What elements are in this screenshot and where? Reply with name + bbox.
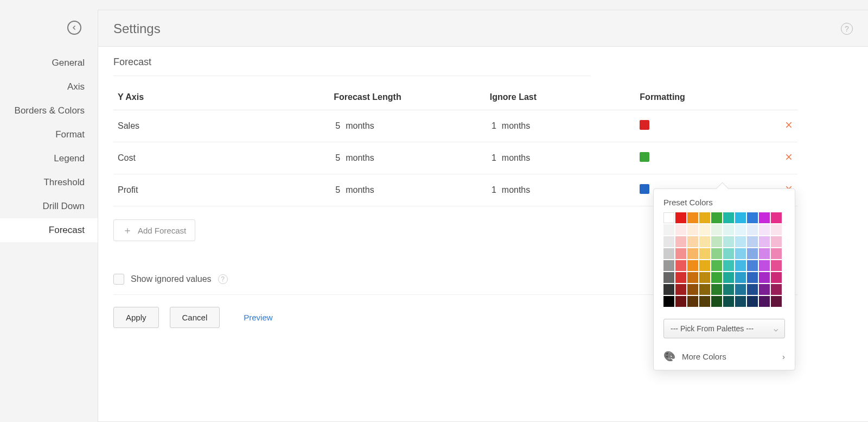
color-cell[interactable] <box>663 236 674 247</box>
color-cell[interactable] <box>663 248 674 259</box>
color-cell[interactable] <box>663 272 674 283</box>
color-swatch[interactable] <box>640 152 649 162</box>
color-cell[interactable] <box>663 212 674 223</box>
forecast-length-field[interactable]: 5months <box>334 153 374 163</box>
color-cell[interactable] <box>663 284 674 295</box>
color-cell[interactable] <box>687 260 698 271</box>
color-cell[interactable] <box>711 224 722 235</box>
color-cell[interactable] <box>771 248 782 259</box>
color-cell[interactable] <box>699 248 710 259</box>
color-cell[interactable] <box>699 224 710 235</box>
color-cell[interactable] <box>735 260 746 271</box>
color-cell[interactable] <box>735 236 746 247</box>
color-cell[interactable] <box>759 284 770 295</box>
color-cell[interactable] <box>747 224 758 235</box>
cancel-button[interactable]: Cancel <box>170 307 220 328</box>
color-cell[interactable] <box>687 236 698 247</box>
color-cell[interactable] <box>699 236 710 247</box>
sidebar-item-format[interactable]: Format <box>0 123 98 147</box>
ignore-last-field[interactable]: 1months <box>490 153 530 163</box>
color-cell[interactable] <box>735 224 746 235</box>
color-cell[interactable] <box>675 212 686 223</box>
color-cell[interactable] <box>747 260 758 271</box>
color-cell[interactable] <box>723 248 734 259</box>
color-cell[interactable] <box>687 212 698 223</box>
color-cell[interactable] <box>699 212 710 223</box>
color-cell[interactable] <box>735 296 746 307</box>
sidebar-item-general[interactable]: General <box>0 51 98 75</box>
color-cell[interactable] <box>699 272 710 283</box>
color-cell[interactable] <box>723 212 734 223</box>
color-cell[interactable] <box>687 248 698 259</box>
color-cell[interactable] <box>711 248 722 259</box>
color-cell[interactable] <box>735 272 746 283</box>
color-cell[interactable] <box>675 296 686 307</box>
ignore-last-field[interactable]: 1months <box>490 121 530 131</box>
color-cell[interactable] <box>723 296 734 307</box>
color-cell[interactable] <box>759 272 770 283</box>
color-cell[interactable] <box>735 248 746 259</box>
color-cell[interactable] <box>747 272 758 283</box>
color-cell[interactable] <box>711 236 722 247</box>
color-cell[interactable] <box>771 224 782 235</box>
color-cell[interactable] <box>699 284 710 295</box>
sidebar-item-threshold[interactable]: Threshold <box>0 171 98 194</box>
color-cell[interactable] <box>675 260 686 271</box>
add-forecast-button[interactable]: ＋ Add Forecast <box>113 219 195 241</box>
forecast-length-field[interactable]: 5months <box>334 121 374 131</box>
sidebar-item-axis[interactable]: Axis <box>0 75 98 99</box>
color-cell[interactable] <box>699 296 710 307</box>
color-cell[interactable] <box>747 296 758 307</box>
color-cell[interactable] <box>675 248 686 259</box>
color-cell[interactable] <box>771 236 782 247</box>
delete-row-button[interactable] <box>784 121 793 129</box>
apply-button[interactable]: Apply <box>113 307 159 328</box>
color-cell[interactable] <box>711 284 722 295</box>
sidebar-item-borders-colors[interactable]: Borders & Colors <box>0 99 98 123</box>
color-cell[interactable] <box>675 236 686 247</box>
delete-row-button[interactable] <box>784 153 793 161</box>
color-cell[interactable] <box>675 284 686 295</box>
color-cell[interactable] <box>747 284 758 295</box>
color-cell[interactable] <box>711 296 722 307</box>
color-cell[interactable] <box>723 272 734 283</box>
help-icon[interactable]: ? <box>218 274 228 284</box>
color-cell[interactable] <box>747 236 758 247</box>
back-button[interactable] <box>67 21 81 35</box>
color-cell[interactable] <box>699 260 710 271</box>
color-cell[interactable] <box>771 212 782 223</box>
color-cell[interactable] <box>771 272 782 283</box>
color-cell[interactable] <box>711 260 722 271</box>
color-swatch[interactable] <box>640 120 649 130</box>
color-cell[interactable] <box>687 224 698 235</box>
color-cell[interactable] <box>759 224 770 235</box>
help-icon[interactable]: ? <box>841 23 853 35</box>
color-cell[interactable] <box>735 284 746 295</box>
color-cell[interactable] <box>687 284 698 295</box>
color-cell[interactable] <box>723 284 734 295</box>
color-cell[interactable] <box>735 212 746 223</box>
palette-select[interactable]: --- Pick From Palettes --- ⌵ <box>663 319 785 338</box>
color-cell[interactable] <box>771 296 782 307</box>
color-swatch[interactable] <box>640 184 649 194</box>
color-cell[interactable] <box>675 272 686 283</box>
color-cell[interactable] <box>747 212 758 223</box>
more-colors-button[interactable]: 🎨 More Colors › <box>663 348 785 362</box>
color-cell[interactable] <box>663 260 674 271</box>
color-cell[interactable] <box>747 248 758 259</box>
sidebar-item-drill-down[interactable]: Drill Down <box>0 194 98 218</box>
color-cell[interactable] <box>675 224 686 235</box>
color-cell[interactable] <box>771 260 782 271</box>
color-cell[interactable] <box>663 296 674 307</box>
sidebar-item-legend[interactable]: Legend <box>0 147 98 171</box>
color-cell[interactable] <box>723 236 734 247</box>
forecast-length-field[interactable]: 5months <box>334 185 374 195</box>
color-cell[interactable] <box>759 296 770 307</box>
color-cell[interactable] <box>759 260 770 271</box>
color-cell[interactable] <box>759 248 770 259</box>
color-cell[interactable] <box>759 236 770 247</box>
color-cell[interactable] <box>687 272 698 283</box>
color-cell[interactable] <box>759 212 770 223</box>
sidebar-item-forecast[interactable]: Forecast <box>0 218 98 242</box>
color-cell[interactable] <box>687 296 698 307</box>
